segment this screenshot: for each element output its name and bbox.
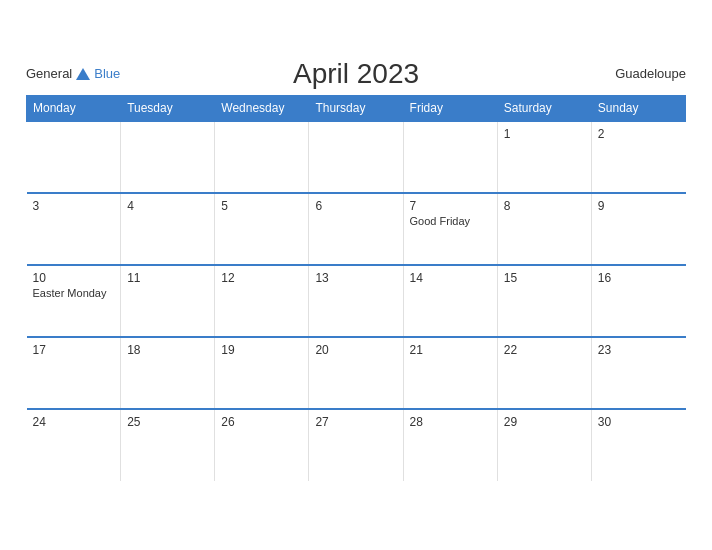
day-number: 12 (221, 271, 302, 285)
day-number: 19 (221, 343, 302, 357)
calendar-cell: 18 (121, 337, 215, 409)
day-number: 15 (504, 271, 585, 285)
weekday-header-tuesday: Tuesday (121, 95, 215, 121)
calendar-cell: 5 (215, 193, 309, 265)
calendar-cell (27, 121, 121, 193)
calendar-cell: 23 (591, 337, 685, 409)
calendar-cell: 21 (403, 337, 497, 409)
weekday-header-friday: Friday (403, 95, 497, 121)
calendar-cell: 12 (215, 265, 309, 337)
day-number: 22 (504, 343, 585, 357)
week-row-3: 10Easter Monday111213141516 (27, 265, 686, 337)
day-number: 21 (410, 343, 491, 357)
calendar-region: Guadeloupe (615, 66, 686, 81)
day-number: 3 (33, 199, 115, 213)
calendar-cell: 22 (497, 337, 591, 409)
calendar-cell: 7Good Friday (403, 193, 497, 265)
day-number: 6 (315, 199, 396, 213)
weekday-header-thursday: Thursday (309, 95, 403, 121)
calendar-cell: 9 (591, 193, 685, 265)
calendar-cell (121, 121, 215, 193)
weekday-header-sunday: Sunday (591, 95, 685, 121)
day-number: 7 (410, 199, 491, 213)
logo-triangle-icon (76, 68, 90, 80)
day-number: 1 (504, 127, 585, 141)
week-row-4: 17181920212223 (27, 337, 686, 409)
calendar-cell: 26 (215, 409, 309, 481)
calendar-cell: 27 (309, 409, 403, 481)
calendar-cell: 3 (27, 193, 121, 265)
day-number: 9 (598, 199, 680, 213)
calendar-cell: 16 (591, 265, 685, 337)
logo-general-text: General (26, 66, 72, 81)
week-row-2: 34567Good Friday89 (27, 193, 686, 265)
calendar-title: April 2023 (293, 58, 419, 90)
day-number: 14 (410, 271, 491, 285)
calendar-wrapper: General Blue April 2023 Guadeloupe Monda… (11, 55, 701, 496)
day-number: 13 (315, 271, 396, 285)
calendar-cell: 6 (309, 193, 403, 265)
weekday-header-wednesday: Wednesday (215, 95, 309, 121)
calendar-cell: 25 (121, 409, 215, 481)
calendar-cell: 2 (591, 121, 685, 193)
day-number: 18 (127, 343, 208, 357)
calendar-cell (403, 121, 497, 193)
day-number: 4 (127, 199, 208, 213)
calendar-cell (215, 121, 309, 193)
logo: General Blue (26, 65, 120, 83)
weekday-header-saturday: Saturday (497, 95, 591, 121)
day-number: 29 (504, 415, 585, 429)
calendar-cell: 20 (309, 337, 403, 409)
day-event: Good Friday (410, 215, 491, 227)
day-number: 27 (315, 415, 396, 429)
calendar-cell: 13 (309, 265, 403, 337)
calendar-cell: 8 (497, 193, 591, 265)
calendar-cell (309, 121, 403, 193)
day-number: 28 (410, 415, 491, 429)
day-number: 10 (33, 271, 115, 285)
day-number: 26 (221, 415, 302, 429)
weekday-header-row: MondayTuesdayWednesdayThursdayFridaySatu… (27, 95, 686, 121)
calendar-cell: 19 (215, 337, 309, 409)
calendar-cell: 28 (403, 409, 497, 481)
week-row-5: 24252627282930 (27, 409, 686, 481)
calendar-cell: 4 (121, 193, 215, 265)
day-number: 30 (598, 415, 680, 429)
day-number: 23 (598, 343, 680, 357)
day-number: 16 (598, 271, 680, 285)
day-number: 25 (127, 415, 208, 429)
logo-blue-text: Blue (94, 66, 120, 81)
day-number: 11 (127, 271, 208, 285)
day-number: 20 (315, 343, 396, 357)
calendar-cell: 29 (497, 409, 591, 481)
calendar-table: MondayTuesdayWednesdayThursdayFridaySatu… (26, 95, 686, 481)
calendar-cell: 10Easter Monday (27, 265, 121, 337)
weekday-header-monday: Monday (27, 95, 121, 121)
calendar-cell: 17 (27, 337, 121, 409)
day-number: 24 (33, 415, 115, 429)
calendar-cell: 15 (497, 265, 591, 337)
calendar-cell: 24 (27, 409, 121, 481)
day-number: 2 (598, 127, 680, 141)
calendar-cell: 14 (403, 265, 497, 337)
calendar-cell: 1 (497, 121, 591, 193)
day-number: 17 (33, 343, 115, 357)
day-event: Easter Monday (33, 287, 115, 299)
week-row-1: 12 (27, 121, 686, 193)
calendar-cell: 11 (121, 265, 215, 337)
calendar-header: General Blue April 2023 Guadeloupe (26, 65, 686, 83)
calendar-cell: 30 (591, 409, 685, 481)
day-number: 8 (504, 199, 585, 213)
day-number: 5 (221, 199, 302, 213)
